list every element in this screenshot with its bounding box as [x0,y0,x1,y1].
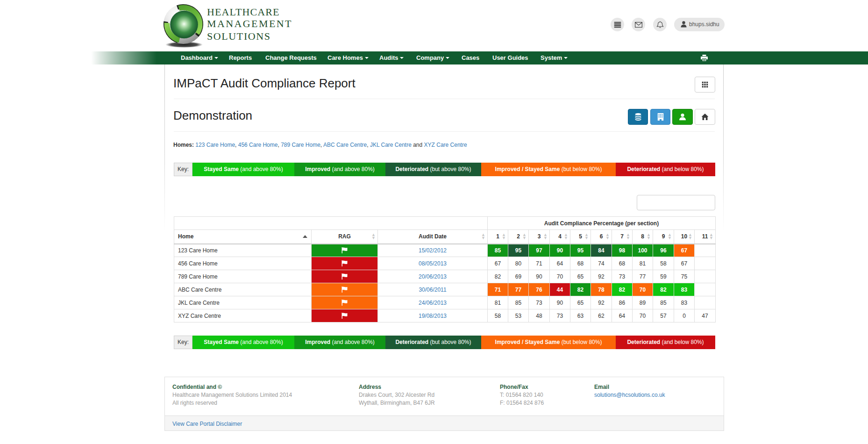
svg-text:HEALTHCARE: HEALTHCARE [207,6,280,18]
svg-text:SOLUTIONS: SOLUTIONS [207,30,271,42]
svg-text:MANAGEMENT: MANAGEMENT [207,18,292,29]
